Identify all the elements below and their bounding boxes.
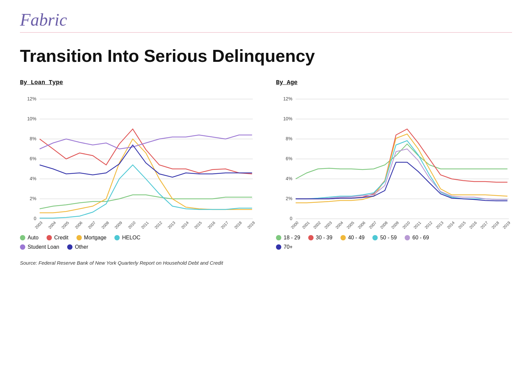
svg-text:2013: 2013 — [167, 220, 177, 229]
legend-60-69: 60 - 69 — [405, 235, 429, 241]
svg-text:6%: 6% — [30, 156, 36, 161]
legend-dot-60-69 — [405, 235, 410, 240]
source-citation: Source: Federal Reserve Bank of New York… — [20, 260, 512, 266]
svg-text:8%: 8% — [30, 136, 36, 141]
svg-text:2006: 2006 — [357, 220, 366, 229]
legend-dot-auto — [20, 235, 25, 240]
legend-credit: Credit — [47, 235, 68, 241]
svg-text:2008: 2008 — [100, 220, 110, 229]
svg-text:2015: 2015 — [193, 220, 203, 229]
legend-label-18-29: 18 - 29 — [284, 235, 300, 241]
legend-dot-30-39 — [308, 235, 314, 240]
legend-18-29: 18 - 29 — [276, 235, 300, 241]
svg-text:2014: 2014 — [180, 220, 190, 229]
right-chart-subtitle: By Age — [276, 79, 512, 86]
svg-text:2%: 2% — [286, 196, 292, 201]
svg-text:2000: 2000 — [290, 220, 300, 229]
legend-auto: Auto — [20, 235, 39, 241]
left-chart-legend: Auto Credit Mortgage HELOC St — [20, 235, 256, 250]
legend-label-30-39: 30 - 39 — [316, 235, 332, 241]
svg-text:2018: 2018 — [491, 220, 500, 229]
legend-label-mortgage: Mortgage — [84, 235, 107, 241]
legend-dot-70plus — [276, 244, 281, 250]
svg-text:2016: 2016 — [468, 220, 478, 229]
svg-text:2019: 2019 — [502, 220, 511, 229]
svg-text:10%: 10% — [27, 116, 37, 121]
legend-30-39: 30 - 39 — [308, 235, 332, 241]
svg-text:2017: 2017 — [479, 220, 489, 229]
svg-text:2001: 2001 — [301, 220, 311, 229]
legend-dot-50-59 — [372, 235, 378, 240]
legend-label-70plus: 70+ — [284, 244, 293, 250]
svg-text:8%: 8% — [286, 136, 292, 141]
right-chart-area: 12% 10% 8% 6% 4% 2% 0 2000 2001 2002 200… — [276, 89, 512, 229]
legend-student: Student Loan — [20, 244, 59, 250]
svg-text:2002: 2002 — [312, 220, 322, 229]
legend-dot-mortgage — [76, 235, 82, 240]
right-chart-legend: 18 - 29 30 - 39 40 - 49 50 - 59 60 - 69 — [276, 235, 512, 250]
svg-text:2003: 2003 — [34, 220, 44, 229]
svg-text:2012: 2012 — [424, 220, 433, 229]
legend-mortgage: Mortgage — [76, 235, 107, 241]
legend-dot-credit — [47, 235, 52, 240]
charts-row: By Loan Type 12% 10% 8% — [20, 79, 512, 250]
svg-text:2006: 2006 — [74, 220, 83, 229]
svg-text:2018: 2018 — [233, 220, 243, 229]
legend-50-59: 50 - 59 — [372, 235, 397, 241]
left-chart-container: By Loan Type 12% 10% 8% — [20, 79, 256, 250]
svg-text:2016: 2016 — [207, 220, 216, 229]
svg-text:2010: 2010 — [127, 220, 137, 229]
svg-text:10%: 10% — [283, 116, 293, 121]
svg-text:2012: 2012 — [154, 220, 163, 229]
legend-label-auto: Auto — [28, 235, 39, 241]
svg-text:2011: 2011 — [413, 220, 422, 229]
legend-other: Other — [67, 244, 88, 250]
svg-text:2009: 2009 — [390, 220, 400, 229]
header-divider — [20, 32, 512, 33]
svg-text:0: 0 — [290, 216, 293, 221]
right-chart-svg: 12% 10% 8% 6% 4% 2% 0 2000 2001 2002 200… — [276, 89, 512, 229]
svg-text:2004: 2004 — [48, 220, 57, 229]
brand-logo: Fabric — [20, 10, 512, 30]
svg-text:2013: 2013 — [435, 220, 445, 229]
right-chart-container: By Age 12% 10% 8% 6% 4% — [276, 79, 512, 250]
legend-label-credit: Credit — [54, 235, 68, 241]
svg-text:2007: 2007 — [87, 220, 97, 229]
left-chart-svg: 12% 10% 8% 6% 4% 2% 0 2003 2004 2005 200… — [20, 89, 256, 229]
svg-text:12%: 12% — [283, 96, 293, 101]
legend-dot-student — [20, 244, 25, 250]
svg-text:2010: 2010 — [401, 220, 411, 229]
svg-text:2011: 2011 — [140, 220, 150, 229]
svg-text:2008: 2008 — [379, 220, 389, 229]
svg-text:2015: 2015 — [457, 220, 467, 229]
page: Fabric Transition Into Serious Delinquen… — [0, 0, 532, 279]
svg-text:2014: 2014 — [446, 220, 456, 229]
legend-label-other: Other — [75, 244, 88, 250]
legend-70plus: 70+ — [276, 244, 293, 250]
legend-label-student: Student Loan — [28, 244, 59, 250]
svg-text:2005: 2005 — [61, 220, 70, 229]
legend-40-49: 40 - 49 — [340, 235, 365, 241]
legend-dot-heloc — [114, 235, 120, 240]
page-title: Transition Into Serious Delinquency — [20, 46, 512, 66]
svg-text:2004: 2004 — [334, 220, 344, 229]
legend-label-50-59: 50 - 59 — [380, 235, 397, 241]
left-chart-subtitle: By Loan Type — [20, 79, 256, 86]
svg-text:0: 0 — [34, 216, 37, 221]
svg-text:2005: 2005 — [346, 220, 355, 229]
legend-label-heloc: HELOC — [122, 235, 140, 241]
svg-text:6%: 6% — [286, 156, 292, 161]
legend-dot-40-49 — [340, 235, 346, 240]
svg-text:2019: 2019 — [246, 220, 256, 229]
legend-dot-other — [67, 244, 72, 250]
svg-text:2003: 2003 — [324, 220, 333, 229]
legend-dot-18-29 — [276, 235, 281, 240]
legend-label-60-69: 60 - 69 — [412, 235, 429, 241]
svg-text:2017: 2017 — [220, 220, 229, 229]
legend-label-40-49: 40 - 49 — [348, 235, 365, 241]
svg-text:12%: 12% — [27, 96, 37, 101]
svg-text:4%: 4% — [30, 176, 36, 181]
legend-heloc: HELOC — [114, 235, 140, 241]
svg-text:2009: 2009 — [114, 220, 123, 229]
svg-text:2007: 2007 — [368, 220, 378, 229]
